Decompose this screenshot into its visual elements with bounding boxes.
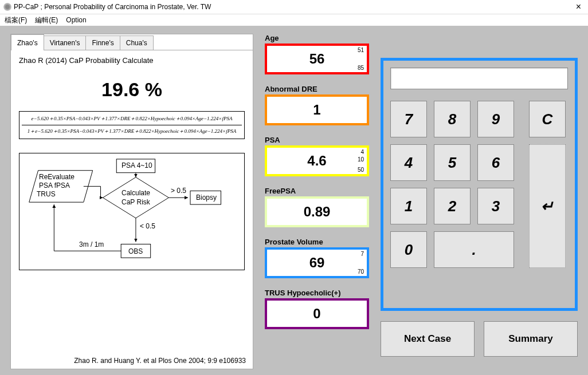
tab-strip: Zhao's Virtanen's Finne's Chua's <box>11 34 253 50</box>
input-age-max: 85 <box>358 65 364 71</box>
flow-reeval-2: PSA fPSA <box>39 181 70 190</box>
input-age-label: Age <box>265 34 369 42</box>
input-psa-max: 50 <box>358 167 364 173</box>
input-pv[interactable]: 69 7 70 <box>265 247 369 278</box>
input-fpsa-value: 0.89 <box>304 204 331 220</box>
key-clear[interactable]: C <box>529 101 566 137</box>
citation: Zhao R. and Huang Y. et al Plos One 2004… <box>74 357 246 365</box>
input-pv-label: Prostate Volume <box>265 238 369 246</box>
input-dre-value: 1 <box>313 102 320 118</box>
input-fpsa[interactable]: 0.89 <box>265 196 369 227</box>
flow-psa-range: PSA 4~10 <box>121 161 152 169</box>
input-age-group: Age 56 51 85 <box>265 34 369 74</box>
key-9[interactable]: 9 <box>477 101 514 137</box>
input-fpsa-group: FreePSA 0.89 <box>265 187 369 227</box>
flow-lt: < 0.5 <box>140 222 155 230</box>
workspace: Zhao's Virtanen's Finne's Chua's Zhao R … <box>0 26 588 375</box>
flow-calc-1: Calculate <box>121 189 150 197</box>
input-age-value: 56 <box>309 51 325 67</box>
flow-obs: OBS <box>128 247 143 255</box>
input-psa[interactable]: 4.6 4 10 50 <box>265 145 369 176</box>
input-psa-label: PSA <box>265 136 369 144</box>
action-row: Next Case Summary <box>381 321 578 357</box>
formula-box: e−5.620＋0.35×PSA−0.043×PV＋1.377×DRE＋0.82… <box>19 111 245 139</box>
input-dre[interactable]: 1 <box>265 94 369 125</box>
tab-content: Zhao R (2014) CaP Probability Calculate … <box>11 50 253 368</box>
input-hypo-label: TRUS Hypoecholic(+) <box>265 289 369 297</box>
key-7[interactable]: 7 <box>390 101 427 137</box>
formula-divider <box>22 125 242 125</box>
input-psa-group: PSA 4.6 4 10 50 <box>265 136 369 176</box>
menu-file[interactable]: 檔案(F) <box>5 15 27 25</box>
input-psa-value: 4.6 <box>307 153 326 169</box>
menu-option[interactable]: Option <box>66 16 86 24</box>
tab-finne[interactable]: Finne's <box>85 35 120 50</box>
input-dre-group: Abnormal DRE 1 <box>265 85 369 125</box>
key-3[interactable]: 3 <box>477 188 514 224</box>
window-title: PP-CaP ; Personal Probability of Carcino… <box>14 3 573 11</box>
key-5[interactable]: 5 <box>434 144 471 181</box>
tab-chua[interactable]: Chua's <box>120 35 154 50</box>
summary-button[interactable]: Summary <box>484 321 578 357</box>
flow-gt: > 0.5 <box>171 187 186 195</box>
input-pv-group: Prostate Volume 69 7 70 <box>265 238 369 278</box>
flow-biopsy: Biopsy <box>196 194 217 202</box>
input-age[interactable]: 56 51 85 <box>265 44 369 74</box>
flow-reeval-3: TRUS <box>37 190 56 198</box>
formula-numerator: e−5.620＋0.35×PSA−0.043×PV＋1.377×DRE＋0.82… <box>22 115 242 124</box>
input-pv-value: 69 <box>309 255 325 271</box>
input-pv-min: 7 <box>360 251 364 257</box>
probability-result: 19.6 % <box>19 78 245 101</box>
panel-title: Zhao R (2014) CaP Probability Calculate <box>19 56 245 65</box>
input-dre-label: Abnormal DRE <box>265 85 369 93</box>
close-icon[interactable]: × <box>573 2 585 12</box>
input-psa-mid: 10 <box>358 156 364 163</box>
input-hypo-value: 0 <box>313 306 320 322</box>
menu-edit[interactable]: 編輯(E) <box>35 15 58 25</box>
input-age-min: 51 <box>358 47 364 53</box>
input-hypo-group: TRUS Hypoecholic(+) 0 <box>265 289 369 329</box>
next-case-button[interactable]: Next Case <box>381 321 475 357</box>
input-hypo[interactable]: 0 <box>265 298 369 329</box>
titlebar: PP-CaP ; Personal Probability of Carcino… <box>0 0 588 14</box>
calculator-display[interactable] <box>390 68 568 89</box>
input-pv-max: 70 <box>358 269 364 275</box>
key-enter[interactable]: ↵ <box>529 144 566 268</box>
menubar: 檔案(F) 編輯(E) Option <box>0 14 588 26</box>
key-6[interactable]: 6 <box>477 144 514 181</box>
inputs-column: Age 56 51 85 Abnormal DRE 1 PSA 4.6 4 10… <box>265 34 369 340</box>
app-icon <box>3 3 11 11</box>
input-fpsa-label: FreePSA <box>265 187 369 195</box>
calculator-panel: 7 8 9 C 4 5 6 1 2 3 ↵ 0 . <box>381 58 578 311</box>
formula-denominator: 1＋e−5.620＋0.35×PSA−0.043×PV＋1.377×DRE＋0.… <box>22 127 242 135</box>
input-psa-min: 4 <box>360 149 364 155</box>
key-8[interactable]: 8 <box>434 101 471 137</box>
key-0[interactable]: 0 <box>390 231 427 268</box>
tab-zhao[interactable]: Zhao's <box>11 34 44 50</box>
flow-loop: 3m / 1m <box>79 240 104 248</box>
flow-reeval-1: ReEvaluate <box>39 173 75 181</box>
key-2[interactable]: 2 <box>434 188 471 224</box>
key-1[interactable]: 1 <box>390 188 427 224</box>
tab-panel: Zhao's Virtanen's Finne's Chua's Zhao R … <box>10 34 253 369</box>
flow-calc-2: CaP Risk <box>121 198 150 206</box>
key-dot[interactable]: . <box>434 231 514 268</box>
tab-virtanen[interactable]: Virtanen's <box>44 35 87 50</box>
key-4[interactable]: 4 <box>390 144 427 181</box>
flowchart: PSA 4~10 ReEvaluate PSA fPSA TRUS Calcul… <box>19 153 245 270</box>
